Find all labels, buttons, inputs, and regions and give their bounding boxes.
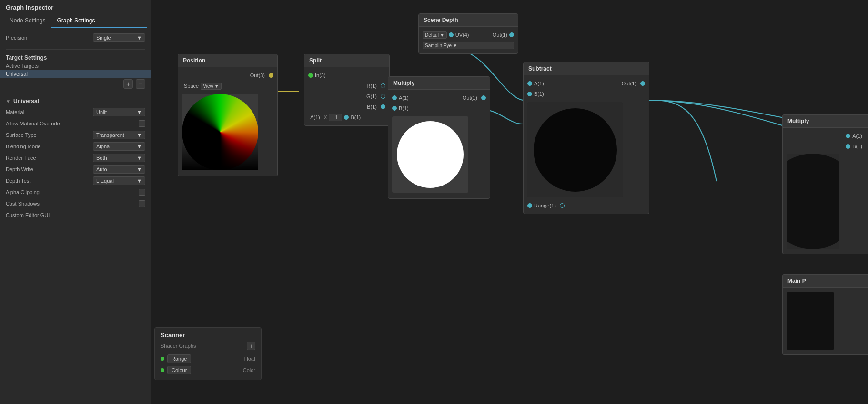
b-port[interactable] <box>381 104 385 109</box>
dark-circle <box>534 108 617 192</box>
multiply-right-b-row: B(1) <box>783 141 868 152</box>
range-port[interactable] <box>527 203 532 208</box>
white-circle <box>397 121 464 188</box>
multiply-out-port[interactable] <box>481 95 486 100</box>
precision-select[interactable]: Single ▼ <box>93 33 145 42</box>
scanner-panel: Scanner Shader Graphs + Range Float Colo… <box>154 327 262 380</box>
multiply-right-header: Multiply <box>783 115 868 128</box>
split-g-row: G(1) <box>304 91 389 102</box>
tab-graph-settings[interactable]: Graph Settings <box>51 14 101 28</box>
right-partial-preview <box>787 154 839 249</box>
multiply-right-a-port[interactable] <box>846 134 850 138</box>
depth-test-select[interactable]: L Equal ▼ <box>93 176 145 185</box>
divider-1 <box>6 49 145 50</box>
g-port[interactable] <box>381 94 385 99</box>
alpha-clipping-row: Alpha Clipping <box>6 186 145 198</box>
universal-section: ▼ Universal Material Unlit ▼ Allow Mater… <box>0 94 151 223</box>
main-canvas[interactable]: Scene Depth Defaul ▼ UV(4) Out(1) Sampli… <box>151 0 868 404</box>
range-label: Range(1) <box>534 203 556 208</box>
colour-type: Color <box>243 367 255 373</box>
precision-row: Precision Single ▼ <box>6 32 145 43</box>
range-name[interactable]: Range <box>167 354 191 363</box>
multiply-right-body: A(1) B(1) <box>783 128 868 254</box>
main-p-dark-circle <box>787 292 834 350</box>
scanner-add-button[interactable]: + <box>247 342 255 350</box>
b2-port[interactable] <box>344 115 349 120</box>
subtract-body: A(1) Out(1) B(1) Range(1) <box>524 75 649 214</box>
multiply-right-node: Multiply A(1) B(1) <box>782 114 868 254</box>
universal-target-item[interactable]: Universal <box>0 70 151 78</box>
main-p-preview <box>783 290 868 352</box>
range-out-port[interactable] <box>560 203 565 208</box>
range-dot <box>161 357 164 361</box>
colour-name[interactable]: Colour <box>167 366 191 374</box>
a-value[interactable]: -1 <box>329 114 342 121</box>
range-type: Float <box>244 356 255 362</box>
subtract-out-port[interactable] <box>640 81 645 86</box>
default-arrow: ▼ <box>440 32 444 38</box>
blending-mode-arrow: ▼ <box>137 144 142 149</box>
custom-editor-gui-label: Custom Editor GUI <box>6 212 50 218</box>
allow-material-override-row: Allow Material Override <box>6 118 145 129</box>
default-input-port[interactable] <box>449 32 454 37</box>
surface-type-select[interactable]: Transparent ▼ <box>93 131 145 139</box>
scene-depth-default-row: Defaul ▼ UV(4) Out(1) <box>419 30 518 40</box>
r-port[interactable] <box>381 83 385 88</box>
multiply-a-port[interactable] <box>392 95 397 100</box>
split-in-port[interactable] <box>308 73 313 78</box>
allow-material-override-checkbox[interactable] <box>139 120 145 127</box>
split-node: Split In(3) R(1) G(1) B(1) A(1) X -1 <box>304 54 390 126</box>
default-select[interactable]: Defaul ▼ <box>423 31 447 39</box>
add-target-button[interactable]: + <box>123 79 133 89</box>
white-circle-container <box>392 116 468 193</box>
scene-depth-header: Scene Depth <box>419 14 518 27</box>
scene-depth-sampling-row: Samplin Eye ▼ <box>419 40 518 51</box>
precision-select-arrow: ▼ <box>137 35 142 41</box>
precision-label: Precision <box>6 35 27 41</box>
active-targets-label: Active Targets <box>6 63 39 69</box>
depth-write-row: Depth Write Auto ▼ <box>6 164 145 175</box>
active-targets-row: Active Targets <box>0 62 151 70</box>
multiply-right-b-port[interactable] <box>846 144 850 149</box>
space-label: Space <box>184 83 199 89</box>
a-row-label: A(1) <box>310 114 320 120</box>
blending-mode-select[interactable]: Alpha ▼ <box>93 142 145 151</box>
tab-node-settings[interactable]: Node Settings <box>4 14 51 28</box>
b-label: B(1) <box>367 104 377 110</box>
color-wheel-bottom <box>182 132 258 170</box>
main-p-node: Main P <box>782 274 868 355</box>
subtract-b-port[interactable] <box>527 92 532 96</box>
range-row: Range(1) <box>524 200 649 211</box>
multiply-right-preview <box>783 152 868 251</box>
blending-mode-row: Blending Mode Alpha ▼ <box>6 141 145 152</box>
cast-shadows-row: Cast Shadows <box>6 198 145 209</box>
multiply-preview <box>388 114 490 196</box>
material-arrow: ▼ <box>137 109 142 115</box>
cast-shadows-checkbox[interactable] <box>139 200 145 207</box>
depth-write-select[interactable]: Auto ▼ <box>93 165 145 174</box>
material-label: Material <box>6 109 24 115</box>
multiply-right-b-label: B(1) <box>852 144 862 149</box>
multiply-b-port[interactable] <box>392 106 397 111</box>
sampling-label: Samplin Eye <box>425 43 452 48</box>
space-select[interactable]: View ▼ <box>201 83 221 90</box>
material-row: Material Unlit ▼ <box>6 106 145 118</box>
subtract-a-port[interactable] <box>527 81 532 86</box>
remove-target-button[interactable]: − <box>136 79 145 89</box>
multiply-center-body: A(1) Out(1) B(1) <box>388 90 490 198</box>
scene-depth-out-port[interactable] <box>509 32 514 37</box>
r-label: R(1) <box>367 83 377 89</box>
multiply-right-a-label: A(1) <box>852 133 862 139</box>
render-face-select[interactable]: Both ▼ <box>93 154 145 162</box>
alpha-clipping-checkbox[interactable] <box>139 189 145 196</box>
alpha-clipping-label: Alpha Clipping <box>6 189 40 195</box>
blending-mode-label: Blending Mode <box>6 144 40 149</box>
universal-section-header[interactable]: ▼ Universal <box>6 96 145 106</box>
subtract-b-label: B(1) <box>534 91 544 97</box>
scanner-range-item: Range Float <box>161 353 255 364</box>
subtract-a-row: A(1) Out(1) <box>524 78 649 89</box>
subtract-preview <box>524 99 649 200</box>
sampling-select[interactable]: Samplin Eye ▼ <box>423 42 514 49</box>
position-out-port[interactable] <box>269 73 273 78</box>
material-select[interactable]: Unlit ▼ <box>93 108 145 116</box>
